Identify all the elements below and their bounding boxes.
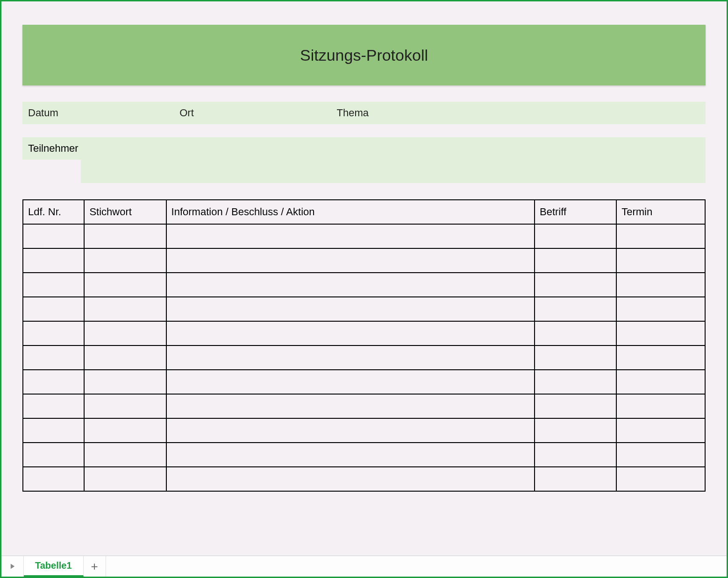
header-nr[interactable]: Ldf. Nr. bbox=[23, 200, 84, 224]
table-cell[interactable] bbox=[23, 248, 84, 273]
table-cell[interactable] bbox=[166, 345, 535, 370]
table-cell[interactable] bbox=[166, 370, 535, 394]
table-cell[interactable] bbox=[616, 467, 705, 491]
table-row bbox=[23, 394, 705, 418]
document-title: Sitzungs-Protokoll bbox=[300, 46, 428, 64]
table-cell[interactable] bbox=[84, 418, 166, 443]
table-cell[interactable] bbox=[535, 321, 616, 345]
table-cell[interactable] bbox=[166, 248, 535, 273]
table-cell[interactable] bbox=[84, 370, 166, 394]
table-cell[interactable] bbox=[535, 467, 616, 491]
teilnehmer-block: Teilnehmer bbox=[22, 137, 706, 183]
table-cell[interactable] bbox=[166, 418, 535, 443]
table-row bbox=[23, 224, 705, 248]
datum-label[interactable]: Datum bbox=[22, 107, 179, 119]
protocol-table: Ldf. Nr. Stichwort Information / Beschlu… bbox=[22, 199, 706, 492]
table-cell[interactable] bbox=[616, 345, 705, 370]
table-row bbox=[23, 345, 705, 370]
table-cell[interactable] bbox=[166, 467, 535, 491]
table-cell[interactable] bbox=[23, 467, 84, 491]
table-cell[interactable] bbox=[166, 297, 535, 321]
table-row bbox=[23, 443, 705, 467]
table-cell[interactable] bbox=[23, 273, 84, 297]
table-cell[interactable] bbox=[616, 418, 705, 443]
header-betrifft[interactable]: Betriff bbox=[535, 200, 616, 224]
table-cell[interactable] bbox=[23, 345, 84, 370]
table-cell[interactable] bbox=[535, 273, 616, 297]
title-banner: Sitzungs-Protokoll bbox=[22, 25, 706, 85]
table-header-row: Ldf. Nr. Stichwort Information / Beschlu… bbox=[23, 200, 705, 224]
table-cell[interactable] bbox=[84, 273, 166, 297]
table-cell[interactable] bbox=[616, 297, 705, 321]
worksheet-area[interactable]: Sitzungs-Protokoll Datum Ort Thema Teiln… bbox=[1, 1, 727, 556]
table-cell[interactable] bbox=[616, 394, 705, 418]
meta-row: Datum Ort Thema bbox=[22, 102, 706, 124]
table-cell[interactable] bbox=[616, 248, 705, 273]
table-cell[interactable] bbox=[23, 321, 84, 345]
table-cell[interactable] bbox=[23, 370, 84, 394]
table-row bbox=[23, 321, 705, 345]
sheet-tab-active[interactable]: Tabelle1 bbox=[24, 556, 84, 577]
sheet-tab-bar: Tabelle1 + bbox=[1, 556, 727, 577]
play-icon bbox=[9, 563, 16, 570]
table-cell[interactable] bbox=[166, 273, 535, 297]
table-cell[interactable] bbox=[535, 394, 616, 418]
header-stichwort[interactable]: Stichwort bbox=[84, 200, 166, 224]
table-row bbox=[23, 273, 705, 297]
sheet-nav-button[interactable] bbox=[1, 556, 24, 577]
table-cell[interactable] bbox=[84, 248, 166, 273]
ort-label[interactable]: Ort bbox=[179, 107, 336, 119]
table-cell[interactable] bbox=[535, 248, 616, 273]
table-cell[interactable] bbox=[84, 321, 166, 345]
table-cell[interactable] bbox=[535, 297, 616, 321]
teilnehmer-label[interactable]: Teilnehmer bbox=[22, 137, 81, 160]
table-cell[interactable] bbox=[616, 370, 705, 394]
table-row bbox=[23, 418, 705, 443]
table-body bbox=[23, 224, 705, 491]
table-cell[interactable] bbox=[84, 224, 166, 248]
table-cell[interactable] bbox=[535, 224, 616, 248]
table-row bbox=[23, 248, 705, 273]
table-cell[interactable] bbox=[166, 321, 535, 345]
table-row bbox=[23, 467, 705, 491]
header-termin[interactable]: Termin bbox=[616, 200, 705, 224]
table-cell[interactable] bbox=[23, 224, 84, 248]
table-cell[interactable] bbox=[84, 394, 166, 418]
table-cell[interactable] bbox=[616, 224, 705, 248]
table-cell[interactable] bbox=[166, 394, 535, 418]
thema-label[interactable]: Thema bbox=[337, 107, 706, 119]
table-cell[interactable] bbox=[23, 297, 84, 321]
table-cell[interactable] bbox=[84, 297, 166, 321]
table-cell[interactable] bbox=[84, 345, 166, 370]
table-cell[interactable] bbox=[166, 224, 535, 248]
header-info[interactable]: Information / Beschluss / Aktion bbox=[166, 200, 535, 224]
table-cell[interactable] bbox=[84, 467, 166, 491]
table-cell[interactable] bbox=[535, 418, 616, 443]
add-sheet-button[interactable]: + bbox=[84, 556, 106, 577]
table-cell[interactable] bbox=[84, 443, 166, 467]
table-cell[interactable] bbox=[535, 345, 616, 370]
table-cell[interactable] bbox=[535, 370, 616, 394]
teilnehmer-body[interactable] bbox=[81, 137, 706, 183]
table-cell[interactable] bbox=[23, 443, 84, 467]
table-cell[interactable] bbox=[23, 418, 84, 443]
table-row bbox=[23, 370, 705, 394]
table-cell[interactable] bbox=[616, 321, 705, 345]
table-cell[interactable] bbox=[616, 273, 705, 297]
table-cell[interactable] bbox=[535, 443, 616, 467]
table-cell[interactable] bbox=[166, 443, 535, 467]
table-cell[interactable] bbox=[616, 443, 705, 467]
table-row bbox=[23, 297, 705, 321]
table-cell[interactable] bbox=[23, 394, 84, 418]
